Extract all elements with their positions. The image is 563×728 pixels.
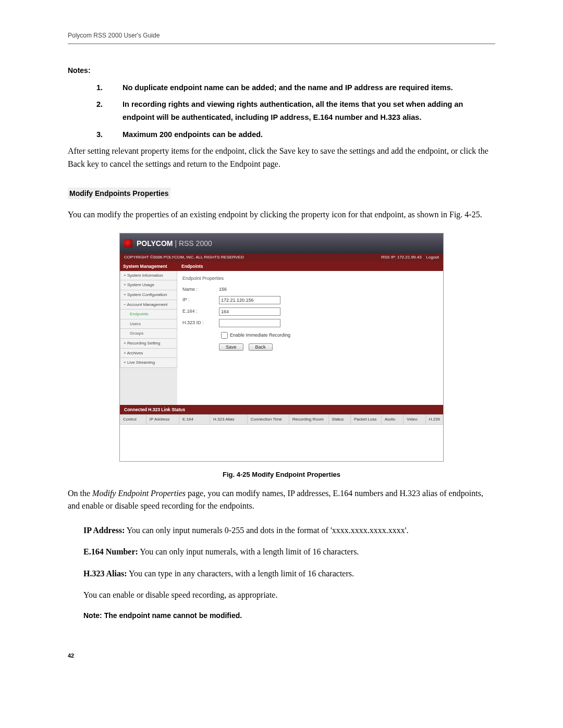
notes-heading: Notes: [68, 65, 495, 76]
h323-field[interactable] [219, 319, 280, 327]
link-status-panel: Connected H.323 Link Status Control IP A… [120, 405, 443, 461]
figure-caption: Fig. 4-25 Modify Endpoint Properties [68, 470, 495, 480]
ip-label: IP : [182, 297, 219, 303]
figure-main: Endpoints Endpoint Properties Name : 156… [177, 262, 443, 405]
paragraph-after-notes: After setting relevant property items fo… [68, 145, 495, 171]
brand-text: POLYCOM | RSS 2000 [137, 238, 212, 249]
figure-nav: System Management + System Information +… [120, 262, 177, 405]
figure-banner: POLYCOM | RSS 2000 [120, 233, 443, 253]
nav-item[interactable]: + Recording Setting [120, 339, 177, 349]
nav-heading: System Management [120, 262, 177, 271]
logout-link[interactable]: Logout [426, 255, 439, 260]
back-button[interactable]: Back [249, 343, 273, 351]
figure-screenshot: POLYCOM | RSS 2000 COPYRIGHT ©2006 POLYC… [119, 233, 444, 462]
e164-lead: E.164 Number: [83, 547, 138, 556]
note-text: In recording rights and viewing rights a… [123, 98, 495, 124]
nav-item[interactable]: + System Usage [120, 280, 177, 290]
copyright: COPYRIGHT ©2006 POLYCOM, INC. ALL RIGHTS… [124, 254, 244, 261]
e164-field[interactable] [219, 307, 280, 316]
rss-ip-label: RSS IP: 172.21.99.43 [381, 255, 421, 260]
nav-item[interactable]: + Live Streaming [120, 358, 177, 368]
h323-label: H.323 ID : [182, 319, 219, 326]
note-text: No duplicate endpoint name can be added;… [123, 81, 495, 94]
name-value: 156 [219, 286, 227, 293]
name-label: Name : [182, 286, 219, 293]
figure-subbar: COPYRIGHT ©2006 POLYCOM, INC. ALL RIGHTS… [120, 253, 443, 262]
ip-address-lead: IP Address: [83, 526, 125, 535]
nav-item[interactable]: + System Information [120, 271, 177, 281]
panel-title: Endpoint Properties [182, 275, 438, 282]
note-number: 2. [68, 98, 123, 124]
note-number: 1. [68, 81, 123, 94]
nav-item[interactable]: − Account Management [120, 300, 177, 310]
enable-recording-checkbox[interactable] [221, 332, 228, 339]
link-status-columns: Control IP Address E.164 H.323 Alias Con… [120, 414, 443, 424]
field-descriptions: IP Address: You can only input numerals … [83, 524, 495, 601]
note-text: Maximum 200 endpoints can be added. [123, 128, 495, 141]
section-heading: Modify Endpoints Properties [68, 188, 170, 199]
note-number: 3. [68, 128, 123, 141]
h323-lead: H.323 Alias: [83, 569, 127, 578]
ip-field[interactable] [219, 296, 280, 304]
speed-recording-line: You can enable or disable speed recordin… [83, 589, 495, 601]
enable-recording-label: Enable Immediate Recording [230, 332, 290, 339]
nav-subitem-selected[interactable]: Endpoints [120, 310, 177, 319]
notes-list: 1.No duplicate endpoint name can be adde… [68, 81, 495, 141]
polycom-logo-icon [124, 239, 132, 248]
nav-item[interactable]: + Archives [120, 349, 177, 359]
nav-subitem[interactable]: Groups [120, 329, 177, 339]
after-figure-paragraph: On the Modify Endpoint Properties page, … [68, 487, 495, 513]
modify-note: Note: The endpoint name cannot be modifi… [83, 610, 495, 621]
section-intro: You can modify the properties of an exis… [68, 208, 495, 221]
main-heading: Endpoints [177, 262, 443, 271]
nav-item[interactable]: + System Configuration [120, 290, 177, 300]
nav-subitem[interactable]: Users [120, 319, 177, 329]
doc-header: Polycom RSS 2000 User's Guide [68, 31, 495, 44]
link-status-heading: Connected H.323 Link Status [120, 405, 443, 414]
page-number: 42 [68, 652, 495, 660]
e164-label: E.164 : [182, 308, 219, 315]
save-button[interactable]: Save [219, 343, 243, 351]
